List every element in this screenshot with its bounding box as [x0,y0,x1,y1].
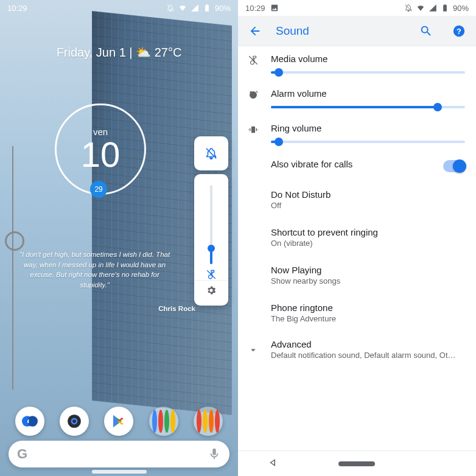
nav-home-pill[interactable] [338,461,375,466]
shortcut-label: Shortcut to prevent ringing [271,227,465,237]
now-playing-sub: Show nearby songs [271,276,465,285]
advanced-row[interactable]: Advanced Default notification sound, Def… [238,332,476,367]
arrow-back-icon [248,24,262,38]
status-bar: 10:29 90% [238,0,476,16]
ringtone-sub: The Big Adventure [271,314,465,323]
google-search-bar[interactable]: G [9,441,229,467]
wifi-icon [178,4,187,12]
battery-icon [203,4,211,12]
alarm-volume-slider[interactable] [271,106,465,108]
google-logo-icon: G [17,446,27,462]
svg-point-1 [27,416,38,426]
cell-signal-icon [429,4,437,12]
nav-back-button[interactable] [268,457,279,471]
nav-bar [238,450,476,476]
alarm-volume-row[interactable]: Alarm volume [238,81,476,116]
volume-slider-card [194,174,228,306]
dnd-sub: Off [271,201,465,210]
ringtone-row[interactable]: Phone ringtone The Big Adventure [238,294,476,332]
ring-volume-slider[interactable] [271,141,465,143]
advanced-label: Advanced [271,339,465,349]
status-bar: 10:29 90% [0,0,238,16]
now-playing-row[interactable]: Now Playing Show nearby songs [238,256,476,294]
status-time: 10:29 [245,4,265,13]
media-mute-icon [248,55,259,66]
dnd-label: Do Not Disturb [271,189,465,200]
vibrate-calls-toggle[interactable] [443,160,465,172]
nav-home-handle[interactable] [92,470,147,474]
image-notification-icon [270,4,279,12]
now-playing-label: Now Playing [271,265,465,275]
advanced-sub: Default notification sound, Default alar… [271,351,465,360]
clock-day-label: ven [93,127,108,137]
shortcut-sub: On (vibrate) [271,239,465,248]
search-icon [419,24,433,38]
ring-volume-label: Ring volume [271,123,465,133]
battery-icon [441,4,449,12]
play-store-icon[interactable] [104,407,133,436]
bell-off-icon [166,4,175,12]
ringtone-label: Phone ringtone [271,303,465,313]
ring-volume-row[interactable]: Ring volume [238,116,476,150]
svg-point-4 [73,419,76,422]
dock [0,407,238,436]
vibrate-icon [248,124,259,135]
camera-app-icon[interactable] [60,407,89,436]
dnd-row[interactable]: Do Not Disturb Off [238,181,476,219]
cell-signal-icon [191,4,199,12]
quote-widget: "I don't get high, but sometimes I wish … [18,250,171,313]
settings-title: Sound [276,24,309,38]
alarm-icon [248,89,259,100]
shortcut-row[interactable]: Shortcut to prevent ringing On (vibrate) [238,219,476,256]
clock-widget[interactable]: ven 10 29 [55,103,146,195]
back-button[interactable] [243,19,267,43]
gear-icon [206,285,217,296]
search-button[interactable] [414,19,438,43]
clock-badge: 29 [90,181,107,198]
wifi-icon [416,4,425,12]
media-volume-label: Media volume [271,54,465,64]
volume-panel [194,136,228,306]
media-volume-row[interactable]: Media volume [238,46,476,81]
volume-settings-button[interactable] [194,280,228,299]
status-time: 10:29 [7,4,27,13]
ring-mode-button[interactable] [194,136,228,170]
media-mute-icon[interactable] [206,269,217,280]
settings-list: Media volume Alarm volume Ring volume Al… [238,46,476,450]
bell-off-icon [404,4,413,12]
mic-icon[interactable] [208,447,221,461]
alarm-volume-label: Alarm volume [271,88,465,99]
home-screen: 10:29 90% Friday, Jun 1 | ⛅ 27°C ven 10 … [0,0,238,476]
battery-percent: 90% [453,4,469,13]
dock-folder-1[interactable] [149,407,178,436]
quote-text: "I don't get high, but sometimes I wish … [19,251,170,289]
svg-text:?: ? [457,26,461,35]
settings-header: Sound ? [238,16,476,46]
help-button[interactable]: ? [447,19,471,43]
settings-sound-screen: 10:29 90% Sound ? Media volume [238,0,476,476]
quote-author: Chris Rock [18,304,195,314]
clock-big-date: 10 [81,137,121,172]
volume-slider[interactable] [210,185,212,264]
chevron-down-icon [248,345,259,355]
dock-folder-2[interactable] [194,407,223,436]
battery-percent: 90% [215,4,231,13]
bell-mute-icon [205,147,218,160]
help-icon: ? [452,24,466,38]
vibrate-calls-label: Also vibrate for calls [271,159,432,169]
phone-app-icon[interactable] [15,407,44,436]
vibrate-calls-row[interactable]: Also vibrate for calls [238,150,476,181]
date-weather-widget[interactable]: Friday, Jun 1 | ⛅ 27°C [0,45,238,60]
media-volume-slider[interactable] [271,71,465,74]
